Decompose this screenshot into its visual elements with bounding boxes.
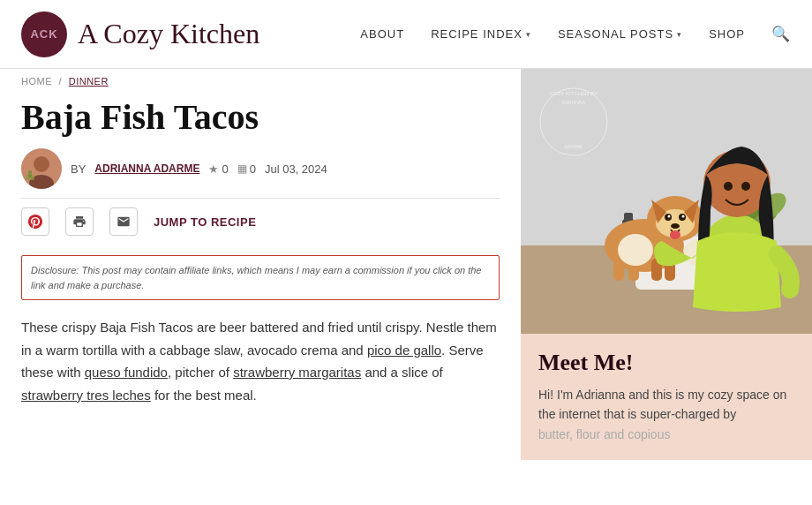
main-container: HOME / DINNER Baja Fish Tacos BY ADRIANN… [0,69,812,460]
breadcrumb-current[interactable]: DINNER [69,76,109,87]
queso-fundido-link[interactable]: queso fundido [85,365,168,380]
content-area: HOME / DINNER Baja Fish Tacos BY ADRIANN… [0,69,521,460]
main-nav: ABOUT RECIPE INDEX ▾ SEASONAL POSTS ▾ SH… [360,25,791,43]
page-title: Baja Fish Tacos [21,97,500,138]
svg-point-33 [670,230,680,239]
svg-point-36 [724,182,733,191]
sidebar-photo-illustration: COZY KITCHEN BY ADRIANNA ADARME [521,69,812,334]
site-name: A Cozy Kitchen [78,18,259,50]
disclosure-text: Disclosure: This post may contain affili… [31,265,481,290]
nav-shop[interactable]: SHOP [709,27,745,41]
svg-point-32 [671,223,680,229]
sidebar-image: COZY KITCHEN BY ADRIANNA ADARME [521,69,812,334]
svg-point-37 [741,182,750,191]
rating-value: 0 [222,162,228,176]
strawberry-margaritas-link[interactable]: strawberry margaritas [233,365,361,380]
disclosure-box: Disclosure: This post may contain affili… [21,255,500,300]
svg-point-31 [682,215,685,218]
logo-area[interactable]: ACK A Cozy Kitchen [21,11,259,57]
nav-about[interactable]: ABOUT [360,27,404,41]
svg-point-1 [34,156,49,172]
meet-me-text-faded: butter, flour and copious [538,427,670,441]
article-body: These crispy Baja Fish Tacos are beer ba… [21,316,500,406]
body-text-4: and a slice of [361,365,443,380]
strawberry-tres-leches-link[interactable]: strawberry tres leches [21,388,151,403]
meet-me-text: Hi! I'm Adrianna and this is my cozy spa… [538,385,794,444]
body-text-3: , pitcher of [168,365,233,380]
email-icon [117,215,131,229]
author-row: BY ADRIANNA ADARME ★ 0 ▦ 0 Jul 03, 2024 [21,148,500,199]
rating-group: ★ 0 [208,162,228,176]
svg-text:COZY KITCHEN BY: COZY KITCHEN BY [550,91,598,96]
jump-to-recipe-link[interactable]: JUMP TO RECIPE [154,215,256,229]
svg-point-23 [618,234,653,266]
nav-seasonal-posts[interactable]: SEASONAL POSTS ▾ [558,27,682,41]
sidebar: COZY KITCHEN BY ADRIANNA ADARME Meet Me!… [521,69,812,460]
author-name-link[interactable]: ADRIANNA ADARME [94,162,199,175]
pico-de-gallo-link[interactable]: pico de gallo [367,343,441,358]
svg-text:ADARME: ADARME [564,144,583,149]
star-icon: ★ [208,162,219,176]
pinterest-button[interactable] [21,207,49,236]
logo-icon: ACK [21,11,67,57]
comment-icon: ▦ [237,162,247,175]
email-button[interactable] [109,207,138,236]
search-icon[interactable]: 🔍 [771,25,791,43]
pinterest-icon [28,215,42,229]
comments-group: ▦ 0 [237,162,256,176]
chevron-down-icon: ▾ [526,30,531,39]
nav-recipe-index[interactable]: RECIPE INDEX ▾ [431,27,531,41]
breadcrumb-separator: / [59,76,63,87]
meet-me-title: Meet Me! [538,350,794,376]
svg-text:ADRIANNA: ADRIANNA [562,100,586,105]
print-icon [72,215,86,229]
action-row: JUMP TO RECIPE [21,207,500,245]
publish-date: Jul 03, 2024 [265,162,327,176]
comments-value: 0 [250,162,256,176]
print-button[interactable] [65,207,94,236]
site-header: ACK A Cozy Kitchen ABOUT RECIPE INDEX ▾ … [0,0,812,69]
svg-rect-13 [624,213,633,222]
svg-rect-19 [613,259,624,281]
breadcrumb-home[interactable]: HOME [21,76,52,87]
breadcrumb: HOME / DINNER [21,69,500,92]
avatar [21,148,62,189]
avatar-image [21,148,62,189]
author-meta: ★ 0 ▦ 0 Jul 03, 2024 [208,162,327,176]
body-text-5: for the best meal. [151,388,257,403]
svg-point-30 [668,215,671,218]
sidebar-content: Meet Me! Hi! I'm Adrianna and this is my… [521,334,812,460]
author-by-label: BY [71,162,86,176]
svg-rect-4 [28,170,32,177]
chevron-down-icon: ▾ [677,30,682,39]
